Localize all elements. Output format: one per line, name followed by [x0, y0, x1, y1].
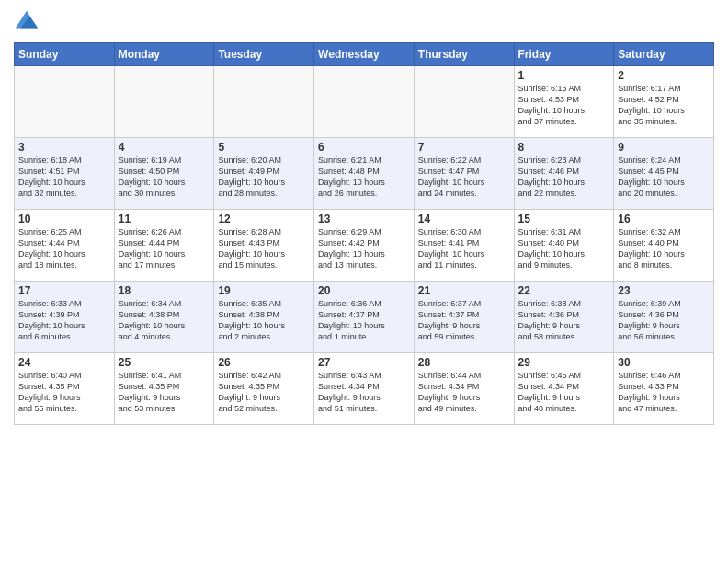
calendar-col-header: Tuesday [214, 43, 314, 66]
calendar-day-cell: 15Sunrise: 6:31 AM Sunset: 4:40 PM Dayli… [514, 210, 614, 282]
day-info: Sunrise: 6:24 AM Sunset: 4:45 PM Dayligh… [618, 155, 710, 200]
day-info: Sunrise: 6:18 AM Sunset: 4:51 PM Dayligh… [18, 155, 110, 200]
calendar-day-cell: 14Sunrise: 6:30 AM Sunset: 4:41 PM Dayli… [414, 210, 514, 282]
day-info: Sunrise: 6:38 AM Sunset: 4:36 PM Dayligh… [518, 298, 610, 343]
calendar-week-row: 17Sunrise: 6:33 AM Sunset: 4:39 PM Dayli… [15, 282, 714, 353]
day-number: 18 [119, 284, 210, 297]
day-info: Sunrise: 6:16 AM Sunset: 4:53 PM Dayligh… [518, 83, 610, 128]
calendar-day-cell: 21Sunrise: 6:37 AM Sunset: 4:37 PM Dayli… [414, 282, 514, 353]
day-number: 3 [18, 141, 110, 154]
calendar-day-cell: 11Sunrise: 6:26 AM Sunset: 4:44 PM Dayli… [114, 210, 214, 282]
calendar-day-cell: 23Sunrise: 6:39 AM Sunset: 4:36 PM Dayli… [614, 282, 714, 353]
day-info: Sunrise: 6:22 AM Sunset: 4:47 PM Dayligh… [418, 155, 510, 200]
calendar-day-cell: 28Sunrise: 6:44 AM Sunset: 4:34 PM Dayli… [414, 353, 514, 425]
calendar-day-cell: 20Sunrise: 6:36 AM Sunset: 4:37 PM Dayli… [314, 282, 415, 353]
day-number: 20 [318, 284, 410, 297]
day-info: Sunrise: 6:42 AM Sunset: 4:35 PM Dayligh… [218, 370, 310, 415]
calendar-day-cell [15, 66, 115, 138]
calendar-week-row: 3Sunrise: 6:18 AM Sunset: 4:51 PM Daylig… [15, 138, 714, 210]
day-info: Sunrise: 6:23 AM Sunset: 4:46 PM Dayligh… [518, 155, 610, 200]
day-number: 6 [318, 141, 410, 154]
day-number: 13 [318, 213, 410, 225]
day-number: 10 [18, 213, 110, 225]
day-number: 11 [119, 213, 210, 225]
calendar-day-cell: 25Sunrise: 6:41 AM Sunset: 4:35 PM Dayli… [114, 353, 214, 425]
day-info: Sunrise: 6:40 AM Sunset: 4:35 PM Dayligh… [18, 370, 110, 415]
day-number: 26 [218, 356, 310, 369]
calendar-day-cell: 30Sunrise: 6:46 AM Sunset: 4:33 PM Dayli… [614, 353, 714, 425]
calendar-day-cell: 12Sunrise: 6:28 AM Sunset: 4:43 PM Dayli… [214, 210, 314, 282]
day-info: Sunrise: 6:19 AM Sunset: 4:50 PM Dayligh… [119, 155, 210, 200]
day-info: Sunrise: 6:37 AM Sunset: 4:37 PM Dayligh… [418, 298, 510, 343]
day-number: 14 [418, 213, 510, 225]
day-number: 22 [518, 284, 610, 297]
calendar-day-cell: 17Sunrise: 6:33 AM Sunset: 4:39 PM Dayli… [15, 282, 115, 353]
day-number: 7 [418, 141, 510, 154]
calendar-col-header: Saturday [614, 43, 714, 66]
calendar-col-header: Friday [514, 43, 614, 66]
calendar-day-cell: 26Sunrise: 6:42 AM Sunset: 4:35 PM Dayli… [214, 353, 314, 425]
day-info: Sunrise: 6:31 AM Sunset: 4:40 PM Dayligh… [518, 226, 610, 271]
day-info: Sunrise: 6:25 AM Sunset: 4:44 PM Dayligh… [18, 226, 110, 271]
day-number: 25 [119, 356, 210, 369]
day-info: Sunrise: 6:33 AM Sunset: 4:39 PM Dayligh… [18, 298, 110, 343]
logo [14, 9, 43, 35]
day-info: Sunrise: 6:39 AM Sunset: 4:36 PM Dayligh… [618, 298, 710, 343]
day-number: 1 [518, 69, 610, 82]
day-number: 16 [618, 213, 710, 225]
day-info: Sunrise: 6:32 AM Sunset: 4:40 PM Dayligh… [618, 226, 710, 271]
calendar-day-cell [214, 66, 314, 138]
calendar-week-row: 1Sunrise: 6:16 AM Sunset: 4:53 PM Daylig… [15, 66, 714, 138]
calendar-day-cell [114, 66, 214, 138]
calendar-day-cell: 13Sunrise: 6:29 AM Sunset: 4:42 PM Dayli… [314, 210, 415, 282]
calendar-day-cell: 5Sunrise: 6:20 AM Sunset: 4:49 PM Daylig… [214, 138, 314, 210]
day-info: Sunrise: 6:30 AM Sunset: 4:41 PM Dayligh… [418, 226, 510, 271]
day-info: Sunrise: 6:46 AM Sunset: 4:33 PM Dayligh… [618, 370, 710, 415]
day-number: 4 [119, 141, 210, 154]
day-info: Sunrise: 6:45 AM Sunset: 4:34 PM Dayligh… [518, 370, 610, 415]
calendar-day-cell: 29Sunrise: 6:45 AM Sunset: 4:34 PM Dayli… [514, 353, 614, 425]
day-info: Sunrise: 6:28 AM Sunset: 4:43 PM Dayligh… [218, 226, 310, 271]
day-info: Sunrise: 6:26 AM Sunset: 4:44 PM Dayligh… [119, 226, 210, 271]
calendar-day-cell [314, 66, 415, 138]
day-number: 30 [618, 356, 710, 369]
calendar-col-header: Wednesday [314, 43, 415, 66]
logo-icon [14, 9, 40, 35]
day-number: 15 [518, 213, 610, 225]
calendar-day-cell: 22Sunrise: 6:38 AM Sunset: 4:36 PM Dayli… [514, 282, 614, 353]
day-number: 27 [318, 356, 410, 369]
day-number: 28 [418, 356, 510, 369]
day-number: 17 [18, 284, 110, 297]
calendar-day-cell: 10Sunrise: 6:25 AM Sunset: 4:44 PM Dayli… [15, 210, 115, 282]
calendar: SundayMondayTuesdayWednesdayThursdayFrid… [14, 42, 714, 425]
day-info: Sunrise: 6:29 AM Sunset: 4:42 PM Dayligh… [318, 226, 410, 271]
day-number: 5 [218, 141, 310, 154]
calendar-day-cell: 3Sunrise: 6:18 AM Sunset: 4:51 PM Daylig… [15, 138, 115, 210]
day-info: Sunrise: 6:34 AM Sunset: 4:38 PM Dayligh… [119, 298, 210, 343]
page: SundayMondayTuesdayWednesdayThursdayFrid… [0, 0, 728, 563]
day-info: Sunrise: 6:17 AM Sunset: 4:52 PM Dayligh… [618, 83, 710, 128]
day-number: 29 [518, 356, 610, 369]
day-number: 24 [18, 356, 110, 369]
calendar-week-row: 10Sunrise: 6:25 AM Sunset: 4:44 PM Dayli… [15, 210, 714, 282]
day-number: 21 [418, 284, 510, 297]
day-info: Sunrise: 6:44 AM Sunset: 4:34 PM Dayligh… [418, 370, 510, 415]
calendar-day-cell [414, 66, 514, 138]
calendar-day-cell: 1Sunrise: 6:16 AM Sunset: 4:53 PM Daylig… [514, 66, 614, 138]
calendar-day-cell: 24Sunrise: 6:40 AM Sunset: 4:35 PM Dayli… [15, 353, 115, 425]
day-info: Sunrise: 6:41 AM Sunset: 4:35 PM Dayligh… [119, 370, 210, 415]
calendar-day-cell: 27Sunrise: 6:43 AM Sunset: 4:34 PM Dayli… [314, 353, 415, 425]
calendar-col-header: Thursday [414, 43, 514, 66]
day-number: 2 [618, 69, 710, 82]
calendar-day-cell: 16Sunrise: 6:32 AM Sunset: 4:40 PM Dayli… [614, 210, 714, 282]
calendar-day-cell: 6Sunrise: 6:21 AM Sunset: 4:48 PM Daylig… [314, 138, 415, 210]
day-number: 9 [618, 141, 710, 154]
calendar-day-cell: 19Sunrise: 6:35 AM Sunset: 4:38 PM Dayli… [214, 282, 314, 353]
day-info: Sunrise: 6:20 AM Sunset: 4:49 PM Dayligh… [218, 155, 310, 200]
calendar-day-cell: 2Sunrise: 6:17 AM Sunset: 4:52 PM Daylig… [614, 66, 714, 138]
calendar-header-row: SundayMondayTuesdayWednesdayThursdayFrid… [15, 43, 714, 66]
calendar-day-cell: 4Sunrise: 6:19 AM Sunset: 4:50 PM Daylig… [114, 138, 214, 210]
day-number: 12 [218, 213, 310, 225]
day-number: 19 [218, 284, 310, 297]
calendar-day-cell: 7Sunrise: 6:22 AM Sunset: 4:47 PM Daylig… [414, 138, 514, 210]
